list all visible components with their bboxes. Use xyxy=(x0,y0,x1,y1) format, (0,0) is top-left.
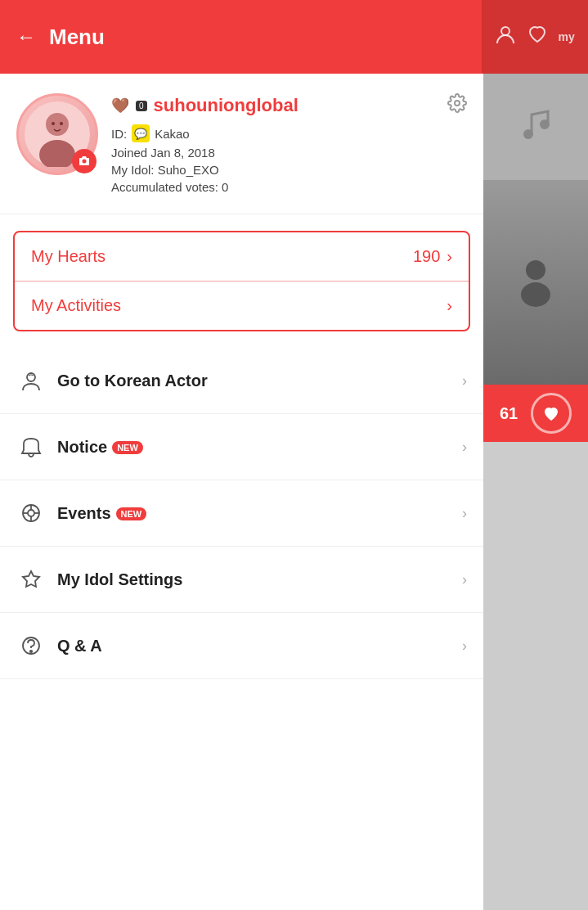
settings-button[interactable] xyxy=(447,93,467,118)
my-hearts-card[interactable]: My Hearts 190 › xyxy=(15,232,469,282)
hearts-chevron: › xyxy=(447,247,452,266)
menu-item-qa[interactable]: Q & A › xyxy=(0,613,483,679)
heart-icon[interactable] xyxy=(527,24,548,50)
qa-icon xyxy=(16,631,46,660)
right-panel-heart-button[interactable]: 61 xyxy=(483,385,588,442)
profile-joined: Joined Jan 8, 2018 xyxy=(111,146,467,160)
svg-point-5 xyxy=(60,122,63,125)
right-heart-count: 61 xyxy=(500,404,518,423)
right-panel-music xyxy=(483,74,588,180)
menu-list: Go to Korean Actor › NoticeNEW › xyxy=(0,348,483,679)
activities-label: My Activities xyxy=(31,296,121,315)
header: ← Menu my xyxy=(0,0,588,74)
profile-votes: Accumulated votes: 0 xyxy=(111,180,467,194)
activities-chevron: › xyxy=(447,296,452,315)
notice-icon xyxy=(16,432,46,462)
back-button[interactable]: ← xyxy=(16,25,36,48)
menu-item-notice[interactable]: NoticeNEW › xyxy=(0,414,483,480)
my-activities-card[interactable]: My Activities › xyxy=(15,282,469,330)
avatar-wrapper xyxy=(16,93,98,175)
menu-panel: 🤎 0 suhounionglobal ID: 💬 Kakao Joined J… xyxy=(0,74,483,910)
profile-info: 🤎 0 suhounionglobal ID: 💬 Kakao Joined J… xyxy=(111,93,467,197)
person-silhouette xyxy=(515,258,556,307)
svg-point-19 xyxy=(526,260,545,280)
camera-icon xyxy=(78,155,91,168)
hearts-count: 190 xyxy=(413,247,440,266)
qa-chevron: › xyxy=(462,637,467,655)
hearts-right: 190 › xyxy=(413,247,452,266)
svg-point-0 xyxy=(501,27,509,35)
notice-chevron: › xyxy=(462,439,467,456)
heart-circle-button[interactable] xyxy=(531,393,572,434)
header-title: Menu xyxy=(49,25,105,50)
svg-point-20 xyxy=(521,282,550,307)
events-icon xyxy=(16,498,46,528)
profile-badge: 0 xyxy=(136,101,147,111)
svg-point-4 xyxy=(52,122,55,125)
username-row: 🤎 0 suhounionglobal xyxy=(111,93,467,118)
korean-actor-icon xyxy=(16,366,46,395)
svg-point-6 xyxy=(83,160,87,164)
profile-id: ID: 💬 Kakao xyxy=(111,124,467,142)
svg-point-2 xyxy=(46,113,69,136)
profile-idol: My Idol: Suho_EXO xyxy=(111,163,467,177)
korean-actor-chevron: › xyxy=(462,372,467,390)
hearts-label: My Hearts xyxy=(31,247,105,266)
heart-filled-icon xyxy=(541,403,561,423)
kakao-icon: 💬 xyxy=(132,124,150,142)
idol-settings-label: My Idol Settings xyxy=(57,570,462,589)
music-note-icon xyxy=(515,103,556,151)
username: suhounionglobal xyxy=(154,95,298,116)
menu-item-idol-settings[interactable]: My Idol Settings › xyxy=(0,547,483,613)
camera-badge[interactable] xyxy=(72,149,97,173)
right-panel-photo xyxy=(483,180,588,385)
svg-point-10 xyxy=(28,510,34,516)
idol-settings-icon xyxy=(16,565,46,594)
menu-item-korean-actor[interactable]: Go to Korean Actor › xyxy=(0,348,483,414)
events-new-badge: NEW xyxy=(116,507,147,520)
svg-point-18 xyxy=(540,119,550,129)
qa-label: Q & A xyxy=(57,637,462,655)
profile-emoji: 🤎 xyxy=(111,97,129,115)
notice-label: NoticeNEW xyxy=(57,438,462,457)
right-panel: 61 xyxy=(483,74,588,910)
svg-point-7 xyxy=(455,101,460,106)
header-right-area: my xyxy=(482,0,588,74)
idol-settings-chevron: › xyxy=(462,571,467,588)
events-label: EventsNEW xyxy=(57,504,462,523)
profile-section: 🤎 0 suhounionglobal ID: 💬 Kakao Joined J… xyxy=(0,74,483,214)
menu-item-events[interactable]: EventsNEW › xyxy=(0,480,483,547)
svg-point-16 xyxy=(30,651,32,652)
user-icon[interactable] xyxy=(495,24,516,50)
cards-section: My Hearts 190 › My Activities › xyxy=(13,231,470,331)
events-chevron: › xyxy=(462,505,467,522)
korean-actor-label: Go to Korean Actor xyxy=(57,372,462,390)
svg-point-17 xyxy=(523,129,533,139)
my-label[interactable]: my xyxy=(558,30,574,43)
notice-new-badge: NEW xyxy=(112,441,143,454)
